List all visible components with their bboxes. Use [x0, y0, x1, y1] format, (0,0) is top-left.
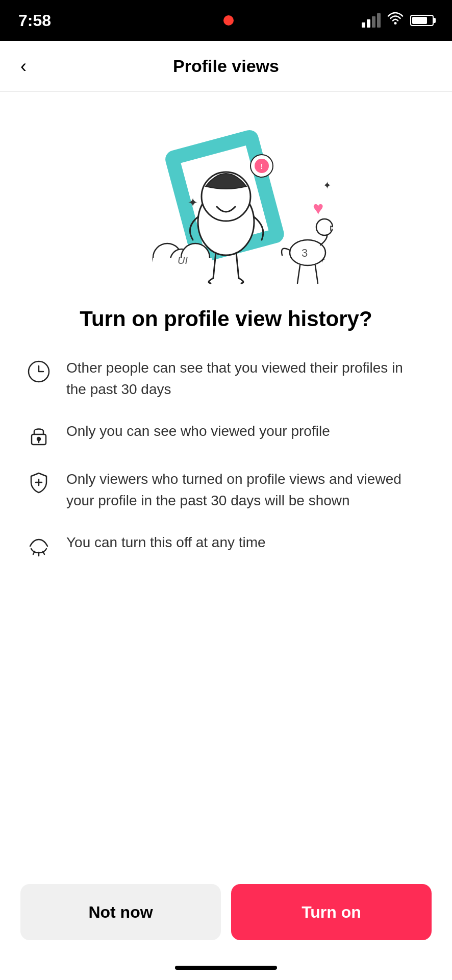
bottom-buttons: Not now Turn on [0, 869, 452, 966]
feature-text-lock: Only you can see who viewed your profile [66, 421, 426, 442]
feature-list: Other people can see that you viewed the… [26, 357, 426, 559]
svg-text:♥: ♥ [313, 198, 323, 218]
dynamic-island-dot [223, 15, 234, 26]
feature-text-clock: Other people can see that you viewed the… [66, 357, 426, 400]
feature-item-lock: Only you can see who viewed your profile [26, 421, 426, 448]
back-button[interactable]: ‹ [20, 56, 27, 77]
page-title: Profile views [173, 56, 279, 76]
lock-icon [26, 422, 52, 448]
home-bar [175, 966, 277, 970]
wifi-icon [387, 12, 404, 30]
shield-icon [26, 470, 52, 496]
illustration-container: ! ♥ ✦ ✦ ✦ UI [26, 92, 426, 306]
nav-header: ‹ Profile views [0, 41, 452, 92]
svg-text:!: ! [261, 162, 263, 170]
home-indicator [0, 966, 452, 980]
illustration: ! ♥ ✦ ✦ ✦ UI [119, 105, 333, 299]
not-now-button[interactable]: Not now [20, 884, 221, 940]
feature-item-shield: Only viewers who turned on profile views… [26, 469, 426, 511]
signal-icon [362, 13, 381, 28]
main-heading: Turn on profile view history? [26, 306, 426, 332]
status-time: 7:58 [18, 11, 51, 30]
status-bar: 7:58 [0, 0, 452, 41]
feature-item-clock: Other people can see that you viewed the… [26, 357, 426, 400]
eye-closed-icon [26, 533, 52, 559]
svg-text:✦: ✦ [188, 195, 198, 209]
turn-on-button[interactable]: Turn on [231, 884, 432, 940]
battery-icon [410, 15, 434, 26]
svg-point-0 [394, 22, 397, 24]
svg-text:3: 3 [302, 247, 308, 259]
feature-item-eye: You can turn this off at any time [26, 532, 426, 559]
dynamic-island [155, 7, 297, 34]
svg-point-17 [316, 219, 333, 235]
feature-text-eye: You can turn this off at any time [66, 532, 426, 553]
svg-text:✦: ✦ [323, 180, 332, 191]
status-icons [362, 12, 434, 30]
main-content: ! ♥ ✦ ✦ ✦ UI [0, 92, 452, 869]
clock-icon [26, 358, 52, 385]
svg-text:UI: UI [178, 255, 188, 266]
feature-text-shield: Only viewers who turned on profile views… [66, 469, 426, 511]
